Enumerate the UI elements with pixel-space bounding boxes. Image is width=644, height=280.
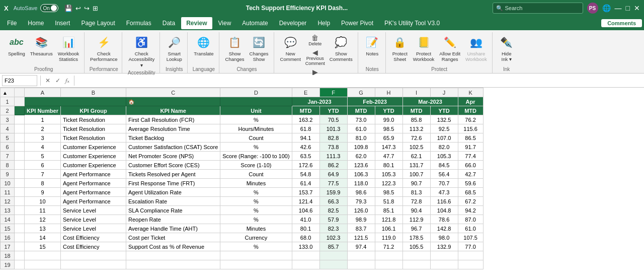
menu-review[interactable]: Review bbox=[181, 17, 212, 29]
r9-unit[interactable]: Count bbox=[220, 170, 292, 179]
r5-mtd4[interactable]: 86.5 bbox=[458, 133, 483, 143]
row-7-header[interactable]: 7 bbox=[1, 152, 15, 161]
redo-icon[interactable]: ↪ bbox=[83, 4, 91, 13]
r8-mtd1[interactable]: 172.6 bbox=[292, 161, 319, 170]
r9-name[interactable]: Tickets Resolved per Agent bbox=[126, 170, 220, 179]
r7-ytd1[interactable]: 111.3 bbox=[319, 152, 347, 161]
r12-ytd2[interactable]: 51.8 bbox=[375, 197, 403, 206]
r14-unit[interactable]: % bbox=[220, 215, 292, 224]
r6-ytd3[interactable]: 82.0 bbox=[430, 143, 458, 152]
close-btn[interactable]: ✕ bbox=[634, 4, 640, 12]
r17-ytd1[interactable]: 85.7 bbox=[319, 242, 347, 251]
r11-mtd4[interactable]: 68.5 bbox=[458, 188, 483, 197]
r16-name[interactable]: Cost per Ticket bbox=[126, 233, 220, 242]
r10-mtd2[interactable]: 118.0 bbox=[347, 179, 375, 188]
comments-panel-btn[interactable]: Comments bbox=[601, 19, 642, 27]
r7-ytd3[interactable]: 105.3 bbox=[430, 152, 458, 161]
r4-mtd2[interactable]: 61.0 bbox=[347, 124, 375, 133]
r13-num[interactable]: 11 bbox=[25, 206, 61, 215]
r11-mtd1[interactable]: 153.7 bbox=[292, 188, 319, 197]
row-18-header[interactable]: 18 bbox=[1, 251, 15, 260]
r12-mtd2[interactable]: 79.3 bbox=[347, 197, 375, 206]
col-e-header[interactable]: E bbox=[292, 88, 319, 97]
r12-num[interactable]: 10 bbox=[25, 197, 61, 206]
r4-ytd1[interactable]: 101.3 bbox=[319, 124, 347, 133]
r7-num[interactable]: 5 bbox=[25, 152, 61, 161]
minimize-btn[interactable]: — bbox=[615, 4, 622, 12]
r14-ytd1[interactable]: 57.9 bbox=[319, 215, 347, 224]
r6-unit[interactable]: % bbox=[220, 143, 292, 152]
r8-ytd1[interactable]: 86.2 bbox=[319, 161, 347, 170]
r3-mtd3[interactable]: 85.8 bbox=[403, 115, 430, 124]
row-2-header[interactable]: 2 bbox=[1, 106, 15, 115]
r3-ytd1[interactable]: 70.5 bbox=[319, 115, 347, 124]
r11-ytd2[interactable]: 98.5 bbox=[375, 188, 403, 197]
menu-pk-utility[interactable]: PK's Utility Tool V3.0 bbox=[379, 17, 445, 29]
r10-unit[interactable]: Minutes bbox=[220, 179, 292, 188]
r10-ytd1[interactable]: 77.5 bbox=[319, 179, 347, 188]
r13-mtd2[interactable]: 126.0 bbox=[347, 206, 375, 215]
r11-unit[interactable]: % bbox=[220, 188, 292, 197]
r16-group[interactable]: Cost Efficiency bbox=[60, 233, 126, 242]
maximize-btn[interactable]: □ bbox=[626, 4, 630, 12]
r11-name[interactable]: Agent Utilization Rate bbox=[126, 188, 220, 197]
r16-mtd4[interactable]: 107.5 bbox=[458, 233, 483, 242]
r5-ytd1[interactable]: 82.8 bbox=[319, 133, 347, 143]
r6-mtd3[interactable]: 102.5 bbox=[403, 143, 430, 152]
r14-mtd2[interactable]: 98.9 bbox=[347, 215, 375, 224]
col-g-header[interactable]: G bbox=[347, 88, 375, 97]
r13-unit[interactable]: % bbox=[220, 206, 292, 215]
r5-mtd1[interactable]: 94.1 bbox=[292, 133, 319, 143]
r17-group[interactable]: Cost Efficiency bbox=[60, 242, 126, 251]
row-6-header[interactable]: 6 bbox=[1, 143, 15, 152]
r3-mtd2[interactable]: 73.0 bbox=[347, 115, 375, 124]
undo-icon[interactable]: ↩ bbox=[74, 4, 82, 13]
r14-mtd1[interactable]: 41.0 bbox=[292, 215, 319, 224]
r17-unit[interactable]: % bbox=[220, 242, 292, 251]
r17-ytd2[interactable]: 71.2 bbox=[375, 242, 403, 251]
r4-group[interactable]: Ticket Resolution bbox=[60, 124, 126, 133]
r12-mtd3[interactable]: 72.8 bbox=[403, 197, 430, 206]
r7-mtd3[interactable]: 62.1 bbox=[403, 152, 430, 161]
row-8-header[interactable]: 8 bbox=[1, 161, 15, 170]
row-5-header[interactable]: 5 bbox=[1, 133, 15, 143]
r11-ytd1[interactable]: 159.9 bbox=[319, 188, 347, 197]
r13-name[interactable]: SLA Compliance Rate bbox=[126, 206, 220, 215]
r11-num[interactable]: 9 bbox=[25, 188, 61, 197]
r8-num[interactable]: 6 bbox=[25, 161, 61, 170]
r3-unit[interactable]: % bbox=[220, 115, 292, 124]
row-17-header[interactable]: 17 bbox=[1, 242, 15, 251]
r17-name[interactable]: Support Cost as % of Revenue bbox=[126, 242, 220, 251]
r9-mtd3[interactable]: 100.7 bbox=[403, 170, 430, 179]
r3-group[interactable]: Ticket Resolution bbox=[60, 115, 126, 124]
r15-ytd1[interactable]: 82.3 bbox=[319, 224, 347, 233]
row-9-header[interactable]: 9 bbox=[1, 170, 15, 179]
prev-comment-btn[interactable]: ◀ PreviousComment bbox=[304, 48, 327, 67]
r8-mtd3[interactable]: 131.7 bbox=[403, 161, 430, 170]
show-changes-btn[interactable]: 📋 ShowChanges bbox=[223, 33, 247, 63]
r15-ytd2[interactable]: 106.1 bbox=[375, 224, 403, 233]
r14-num[interactable]: 12 bbox=[25, 215, 61, 224]
r12-mtd4[interactable]: 67.2 bbox=[458, 197, 483, 206]
r15-mtd1[interactable]: 80.1 bbox=[292, 224, 319, 233]
col-i-header[interactable]: I bbox=[403, 88, 430, 97]
r15-mtd4[interactable]: 61.0 bbox=[458, 224, 483, 233]
menu-formulas[interactable]: Formulas bbox=[121, 17, 156, 29]
r16-mtd2[interactable]: 121.5 bbox=[347, 233, 375, 242]
r6-group[interactable]: Customer Experience bbox=[60, 143, 126, 152]
protect-sheet-btn[interactable]: 🔒 ProtectSheet bbox=[390, 33, 410, 63]
r8-mtd2[interactable]: 123.6 bbox=[347, 161, 375, 170]
r13-mtd3[interactable]: 90.4 bbox=[403, 206, 430, 215]
r8-name[interactable]: Customer Effort Score (CES) bbox=[126, 161, 220, 170]
cell-reference-box[interactable]: F23 bbox=[2, 75, 37, 86]
check-performance-btn[interactable]: ⚡ CheckPerformance bbox=[89, 33, 119, 63]
r16-mtd3[interactable]: 178.5 bbox=[403, 233, 430, 242]
col-c-header[interactable]: C bbox=[126, 88, 220, 97]
unshare-workbook-btn[interactable]: 👥 UnshareWorkbook bbox=[463, 33, 489, 63]
r3-ytd3[interactable]: 132.5 bbox=[430, 115, 458, 124]
r10-num[interactable]: 8 bbox=[25, 179, 61, 188]
r9-ytd3[interactable]: 56.4 bbox=[430, 170, 458, 179]
r13-ytd3[interactable]: 104.8 bbox=[430, 206, 458, 215]
row-16-header[interactable]: 16 bbox=[1, 233, 15, 242]
row-13-header[interactable]: 13 bbox=[1, 206, 15, 215]
